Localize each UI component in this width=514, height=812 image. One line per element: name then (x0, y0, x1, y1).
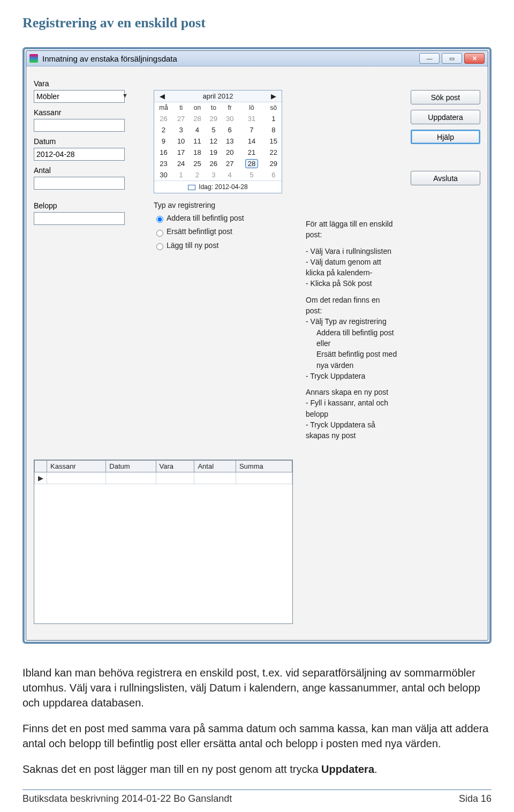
app-window: Inmatning av enstaka försäljningsdata — … (26, 50, 488, 641)
calendar-grid[interactable]: måtiontofrlösö 2627282930311234567891011… (154, 102, 282, 181)
antal-input[interactable] (34, 177, 125, 190)
titlebar: Inmatning av enstaka försäljningsdata — … (26, 51, 488, 66)
label-antal: Antal (34, 166, 141, 175)
calendar-weekday: sö (266, 102, 282, 113)
calendar-day[interactable]: 11 (189, 136, 205, 147)
regtype-opt-replace[interactable]: Ersätt befintligt post (154, 227, 293, 236)
calendar-day[interactable]: 8 (266, 124, 282, 136)
belopp-input[interactable] (34, 212, 125, 225)
calendar-day[interactable]: 31 (238, 113, 265, 124)
calendar-today[interactable]: Idag: 2012-04-28 (154, 181, 282, 193)
calendar-day[interactable]: 14 (238, 136, 265, 147)
calendar-day[interactable]: 26 (206, 158, 222, 169)
label-vara: Vara (34, 79, 141, 88)
calendar-weekday: lö (238, 102, 265, 113)
calendar-title: april 2012 (202, 92, 233, 100)
table-header: Vara (156, 460, 194, 472)
datum-input[interactable] (34, 148, 125, 161)
table-header: Kassanr (47, 460, 106, 472)
calendar-day[interactable]: 2 (189, 169, 205, 181)
calendar-day[interactable]: 5 (238, 169, 265, 181)
calendar-day[interactable]: 1 (173, 169, 189, 181)
calendar-weekday: to (206, 102, 222, 113)
calendar[interactable]: ◀ april 2012 ▶ måtiontofrlösö 2627282930… (154, 90, 282, 193)
vara-select[interactable] (34, 90, 125, 103)
calendar-day[interactable]: 10 (173, 136, 189, 147)
calendar-day[interactable]: 27 (222, 158, 238, 169)
table-header: Datum (106, 460, 156, 472)
calendar-day[interactable]: 20 (222, 147, 238, 158)
label-datum: Datum (34, 137, 141, 146)
calendar-day[interactable]: 30 (222, 113, 238, 124)
body-text: Ibland kan man behöva registrera en ensk… (22, 665, 492, 777)
calendar-day[interactable]: 22 (266, 147, 282, 158)
label-belopp: Belopp (34, 201, 141, 210)
calendar-day[interactable]: 16 (154, 147, 173, 158)
regtype-opt-add[interactable]: Addera till befintlig post (154, 214, 293, 223)
calendar-day[interactable]: 30 (154, 169, 173, 181)
minimize-button[interactable]: — (419, 53, 440, 64)
calendar-day[interactable]: 13 (222, 136, 238, 147)
window-title: Inmatning av enstaka försäljningsdata (42, 54, 415, 63)
close-button[interactable]: ✕ (464, 53, 485, 64)
calendar-day[interactable]: 29 (206, 113, 222, 124)
calendar-day[interactable]: 5 (206, 124, 222, 136)
calendar-day[interactable]: 15 (266, 136, 282, 147)
registration-type-group: Typ av registrering Addera till befintli… (154, 201, 293, 250)
calendar-weekday: ti (173, 102, 189, 113)
calendar-day[interactable]: 26 (154, 113, 173, 124)
page-footer: Butiksdata beskrivning 2014-01-22 Bo Gan… (22, 790, 492, 805)
calendar-day[interactable]: 24 (173, 158, 189, 169)
calendar-day[interactable]: 12 (206, 136, 222, 147)
calendar-day[interactable]: 23 (154, 158, 173, 169)
calendar-today-marker (188, 185, 195, 190)
close-app-button[interactable]: Avsluta (411, 171, 480, 185)
help-panel: För att lägga till en enskild post: - Vä… (306, 219, 398, 447)
calendar-day[interactable]: 1 (266, 113, 282, 124)
calendar-day[interactable]: 6 (266, 169, 282, 181)
help-button[interactable]: Hjälp (411, 130, 480, 144)
label-kassanr: Kassanr (34, 108, 141, 117)
update-button[interactable]: Uppdatera (411, 110, 480, 124)
search-button[interactable]: Sök post (411, 90, 480, 104)
calendar-day[interactable]: 7 (238, 124, 265, 136)
calendar-day[interactable]: 9 (154, 136, 173, 147)
calendar-day[interactable]: 29 (266, 158, 282, 169)
calendar-day[interactable]: 25 (189, 158, 205, 169)
calendar-day[interactable]: 28 (238, 158, 265, 169)
calendar-prev-icon[interactable]: ◀ (157, 92, 167, 100)
data-table: KassanrDatumVaraAntalSumma ▶ (34, 460, 293, 624)
app-icon (29, 54, 38, 63)
action-buttons: . Sök post Uppdatera Hjälp Avsluta (411, 74, 480, 447)
table-row[interactable]: ▶ (35, 472, 292, 484)
calendar-weekday: on (189, 102, 205, 113)
calendar-day[interactable]: 4 (189, 124, 205, 136)
form-column: Vara ▼ Kassanr Datum Antal Belopp (34, 74, 141, 447)
calendar-next-icon[interactable]: ▶ (269, 92, 278, 100)
footer-left: Butiksdata beskrivning 2014-01-22 Bo Gan… (22, 793, 232, 805)
table-header: Antal (194, 460, 236, 472)
kassanr-input[interactable] (34, 119, 125, 132)
regtype-opt-new[interactable]: Lägg till ny post (154, 241, 293, 250)
footer-right: Sida 16 (459, 793, 492, 805)
calendar-column: . ◀ april 2012 ▶ måtiontofrlösö 26272829… (154, 74, 293, 447)
calendar-weekday: må (154, 102, 173, 113)
regtype-heading: Typ av registrering (154, 201, 293, 209)
calendar-day[interactable]: 17 (173, 147, 189, 158)
calendar-day[interactable]: 21 (238, 147, 265, 158)
calendar-day[interactable]: 3 (206, 169, 222, 181)
maximize-button[interactable]: ▭ (442, 53, 462, 64)
calendar-day[interactable]: 3 (173, 124, 189, 136)
calendar-weekday: fr (222, 102, 238, 113)
calendar-day[interactable]: 27 (173, 113, 189, 124)
calendar-day[interactable]: 6 (222, 124, 238, 136)
calendar-day[interactable]: 4 (222, 169, 238, 181)
doc-heading: Registrering av en enskild post (22, 15, 492, 31)
calendar-day[interactable]: 19 (206, 147, 222, 158)
calendar-day[interactable]: 28 (189, 113, 205, 124)
table-header: Summa (236, 460, 292, 472)
calendar-day[interactable]: 2 (154, 124, 173, 136)
calendar-day[interactable]: 18 (189, 147, 205, 158)
